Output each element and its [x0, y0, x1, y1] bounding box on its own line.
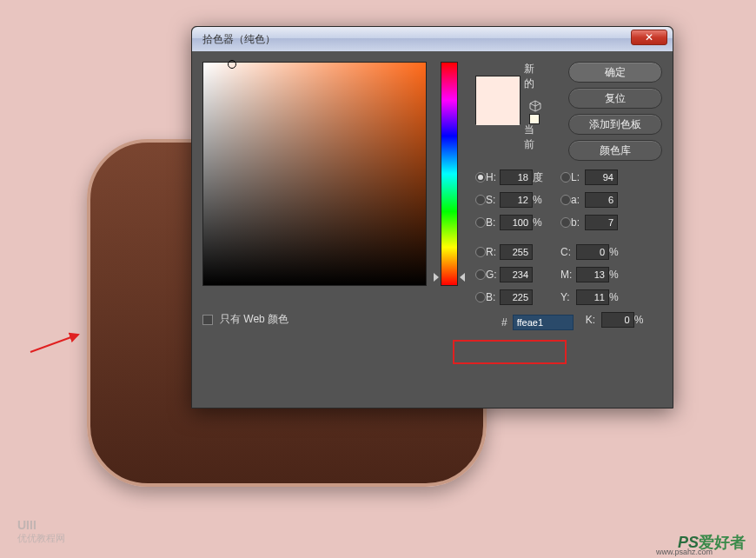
- color-library-button[interactable]: 颜色库: [568, 140, 662, 161]
- new-color-swatch: [476, 76, 520, 101]
- svg-line-0: [30, 335, 78, 352]
- close-icon: ✕: [645, 31, 653, 43]
- input-b-lab[interactable]: [585, 215, 618, 230]
- label-hex: #: [501, 316, 507, 329]
- label-a: a:: [571, 194, 585, 206]
- gamut-warning-icon[interactable]: [529, 100, 541, 112]
- input-b-hsb[interactable]: [500, 215, 533, 230]
- input-a[interactable]: [585, 192, 618, 208]
- input-c[interactable]: [576, 244, 609, 260]
- dialog-body: 只有 Web 颜色 新的 当前 确定 复位 添加到色板 颜色库: [192, 51, 673, 408]
- label-b-hsb: B:: [486, 216, 500, 229]
- label-m: M:: [560, 269, 576, 281]
- label-b-rgb: B:: [486, 291, 500, 303]
- radio-s[interactable]: [475, 195, 486, 205]
- titlebar[interactable]: 拾色器（纯色） ✕: [192, 27, 673, 51]
- input-h[interactable]: [500, 169, 533, 185]
- label-b-lab: b:: [571, 216, 585, 229]
- radio-a[interactable]: [560, 195, 571, 205]
- label-s: S:: [486, 194, 500, 206]
- hue-indicator-left-icon: [434, 273, 439, 282]
- color-picker-dialog: 拾色器（纯色） ✕ 只有 Web 颜色: [191, 26, 673, 409]
- hue-slider[interactable]: [441, 62, 458, 286]
- label-y: Y:: [560, 291, 576, 303]
- hue-indicator-right-icon: [460, 273, 465, 282]
- input-k[interactable]: [601, 312, 634, 328]
- ok-button[interactable]: 确定: [568, 62, 662, 83]
- radio-l[interactable]: [560, 172, 571, 183]
- current-color-label: 当前: [524, 123, 534, 152]
- input-hex[interactable]: [513, 315, 574, 330]
- watermark-left: UIII 优优教程网: [17, 518, 65, 545]
- unit-h: 度: [533, 170, 547, 185]
- unit-k: %: [634, 314, 648, 326]
- websafe-swatch[interactable]: [529, 114, 540, 124]
- saturation-value-picker[interactable]: [202, 62, 427, 286]
- current-color-swatch[interactable]: [476, 101, 520, 125]
- web-only-checkbox[interactable]: [202, 315, 213, 325]
- label-c: C:: [560, 246, 576, 258]
- input-r[interactable]: [500, 244, 533, 260]
- color-preview-box: [475, 76, 521, 124]
- unit-m: %: [609, 269, 623, 281]
- radio-b-lab[interactable]: [560, 217, 571, 228]
- input-y[interactable]: [576, 289, 609, 305]
- label-k: K:: [586, 314, 601, 326]
- new-color-label: 新的: [524, 62, 534, 91]
- label-r: R:: [486, 246, 500, 258]
- unit-y: %: [609, 291, 623, 303]
- label-l: L:: [571, 171, 585, 183]
- input-b-rgb[interactable]: [500, 289, 533, 305]
- close-button[interactable]: ✕: [631, 30, 667, 45]
- radio-h[interactable]: [475, 172, 486, 183]
- radio-g[interactable]: [475, 269, 486, 280]
- input-g[interactable]: [500, 267, 533, 282]
- unit-s: %: [533, 194, 547, 206]
- radio-r[interactable]: [475, 247, 486, 257]
- reset-button[interactable]: 复位: [568, 88, 662, 109]
- radio-b-rgb[interactable]: [475, 292, 486, 302]
- input-l[interactable]: [585, 169, 618, 185]
- unit-b-hsb: %: [533, 216, 547, 229]
- input-s[interactable]: [500, 192, 533, 208]
- web-only-label: 只有 Web 颜色: [220, 312, 288, 327]
- dialog-title: 拾色器（纯色）: [202, 32, 275, 47]
- annotation-arrow: [26, 330, 87, 356]
- add-swatch-button[interactable]: 添加到色板: [568, 114, 662, 135]
- radio-b-hsb[interactable]: [475, 217, 486, 228]
- label-g: G:: [486, 269, 500, 281]
- watermark-url: www.psahz.com: [656, 548, 713, 556]
- sv-cursor-icon: [228, 60, 236, 69]
- unit-c: %: [609, 246, 623, 258]
- input-m[interactable]: [576, 267, 609, 282]
- label-h: H:: [486, 171, 500, 183]
